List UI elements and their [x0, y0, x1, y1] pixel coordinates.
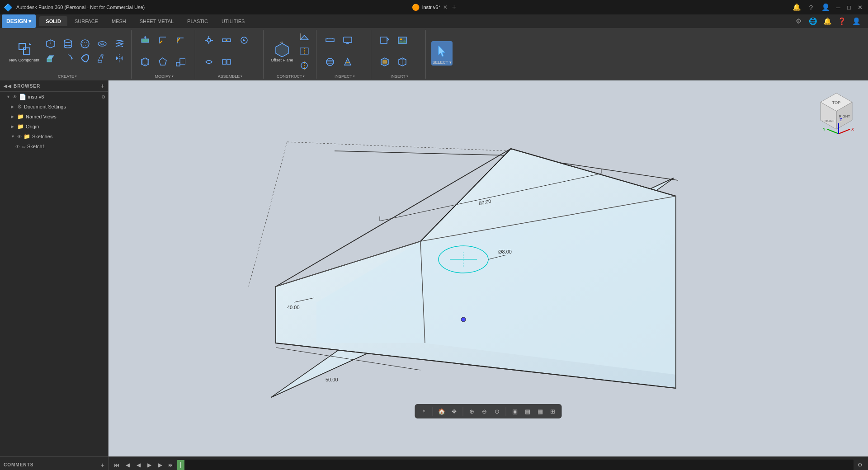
browser-add-icon[interactable]: +: [101, 82, 104, 89]
create-torus-btn[interactable]: [94, 37, 110, 51]
sketches-expand-icon[interactable]: ▼: [11, 134, 15, 139]
doc-settings-expand-icon[interactable]: ▶: [11, 104, 15, 109]
construct-label[interactable]: CONSTRUCT▾: [277, 73, 305, 79]
ribbon-online-icon[interactable]: 🌐: [807, 15, 819, 28]
construct-axis-btn[interactable]: [296, 59, 312, 72]
tree-item-sketch1[interactable]: 👁 ▱ Sketch1: [0, 141, 108, 151]
modify-scale-btn[interactable]: [172, 55, 189, 69]
root-eye-icon[interactable]: 👁: [13, 94, 17, 99]
inspect-display-btn[interactable]: [340, 33, 356, 47]
restore-btn[interactable]: □: [844, 3, 854, 12]
top-right-help[interactable]: ?: [805, 1, 817, 14]
timeline-play-fwd-btn[interactable]: ▶: [145, 461, 154, 470]
insert-decal-btn[interactable]: [377, 55, 393, 69]
timeline-back-step-btn[interactable]: ◀: [123, 461, 132, 470]
create-box-btn[interactable]: [42, 37, 59, 51]
create-loft-btn[interactable]: [94, 52, 110, 65]
assemble-motion-btn[interactable]: [201, 55, 217, 69]
tree-item-doc-settings[interactable]: ▶ ⚙ Document Settings: [0, 102, 108, 112]
insert-label[interactable]: INSERT▾: [391, 73, 408, 79]
tab-utilities[interactable]: UTILITIES: [215, 16, 251, 26]
construct-angle-btn[interactable]: [296, 30, 312, 43]
viewcube[interactable]: TOP FRONT RIGHT X Y Z: [814, 89, 859, 135]
tab-solid[interactable]: SOLID: [39, 16, 67, 26]
modify-fillet-btn[interactable]: [155, 33, 171, 47]
timeline-marker-1[interactable]: [177, 460, 184, 470]
toolbar-zoom-out-btn[interactable]: ⊖: [479, 406, 490, 417]
modify-press-pull-btn[interactable]: [137, 33, 153, 47]
sketches-eye-icon[interactable]: 👁: [17, 134, 22, 139]
tree-item-root[interactable]: ▼ 👁 📄 instr v6 ⚙: [0, 92, 108, 102]
create-pipe-btn[interactable]: [77, 52, 93, 65]
tree-item-origin[interactable]: ▶ 📁 Origin: [0, 122, 108, 132]
assemble-contact-btn[interactable]: [218, 55, 235, 69]
tab-mesh[interactable]: MESH: [105, 16, 132, 26]
tree-item-sketches[interactable]: ▼ 👁 📁 Sketches: [0, 132, 108, 141]
top-right-user[interactable]: 👤: [819, 1, 832, 14]
sketch1-eye-icon[interactable]: 👁: [15, 144, 20, 149]
toolbar-zoom-in-btn[interactable]: ⊕: [467, 406, 477, 417]
create-sphere-btn[interactable]: [77, 37, 93, 51]
close-btn[interactable]: ✕: [855, 3, 864, 12]
viewport[interactable]: 80.00 40.00 50.00 Ø8.00: [108, 80, 868, 456]
select-btn[interactable]: SELECT ▾: [431, 41, 452, 66]
tree-item-named-views[interactable]: ▶ 📁 Named Views: [0, 112, 108, 122]
construct-plane-btn[interactable]: Offset Plane: [269, 38, 295, 64]
create-mirror-btn[interactable]: [111, 52, 127, 65]
insert-canvas-btn[interactable]: [394, 33, 410, 47]
insert-dxf-btn[interactable]: [377, 33, 393, 47]
tab-sheet-metal[interactable]: SHEET METAL: [133, 16, 180, 26]
close-tab-icon[interactable]: ✕: [443, 4, 448, 10]
toolbar-fit-btn[interactable]: ⊙: [492, 406, 503, 417]
assemble-rigid-btn[interactable]: [218, 33, 235, 47]
timeline-play-back-btn[interactable]: ◀: [134, 461, 143, 470]
inspect-zebra-btn[interactable]: [322, 55, 338, 69]
inspect-label[interactable]: INSPECT▾: [335, 73, 355, 79]
browser-collapse-icon[interactable]: ◀◀: [4, 84, 12, 89]
tab-surface[interactable]: SURFACE: [68, 16, 104, 26]
create-new-component-btn[interactable]: New Component: [7, 38, 41, 64]
ribbon-user-icon[interactable]: 👤: [850, 15, 863, 28]
toolbar-grid-btn[interactable]: ⊞: [547, 406, 558, 417]
create-cylinder-btn[interactable]: [60, 37, 76, 51]
ribbon-notif-icon[interactable]: 🔔: [821, 15, 834, 28]
modify-shell-btn[interactable]: [137, 55, 153, 69]
inspect-measure-btn[interactable]: [322, 33, 338, 47]
named-views-expand-icon[interactable]: ▶: [11, 114, 15, 119]
modify-chamfer-btn[interactable]: [172, 33, 189, 47]
timeline-fwd-step-btn[interactable]: ▶: [156, 461, 165, 470]
ribbon-settings-icon[interactable]: ⚙: [792, 15, 805, 28]
toolbar-orbit-btn[interactable]: ✥: [449, 406, 460, 417]
toolbar-env-btn[interactable]: ▦: [535, 406, 546, 417]
create-extrude-btn[interactable]: [42, 52, 59, 65]
minimize-btn[interactable]: ─: [834, 3, 843, 12]
ribbon-help-icon[interactable]: ❓: [835, 15, 848, 28]
inspect-section-btn[interactable]: [340, 55, 356, 69]
modify-draft-btn[interactable]: [155, 55, 171, 69]
create-label[interactable]: CREATE▾: [58, 73, 77, 79]
create-revolve-btn[interactable]: [60, 52, 76, 65]
origin-expand-icon[interactable]: ▶: [11, 124, 15, 129]
root-expand-icon[interactable]: ▼: [6, 94, 11, 99]
toolbar-home-btn[interactable]: 🏠: [436, 406, 447, 417]
insert-mesh-btn[interactable]: [394, 55, 410, 69]
timeline-back-end-btn[interactable]: ⏮: [112, 461, 121, 470]
root-settings-icon[interactable]: ⚙: [101, 94, 105, 99]
toolbar-position-btn[interactable]: ⌖: [419, 406, 429, 417]
assemble-drive-btn[interactable]: [236, 33, 252, 47]
top-right-notif[interactable]: 🔔: [790, 1, 803, 14]
timeline-settings-btn[interactable]: ⚙: [855, 461, 864, 470]
timeline-track[interactable]: [177, 460, 854, 470]
construct-midplane-btn[interactable]: [296, 44, 312, 58]
comments-add-icon[interactable]: +: [101, 461, 104, 469]
tab-plastic[interactable]: PLASTIC: [181, 16, 214, 26]
toolbar-visual-style-btn[interactable]: ▤: [522, 406, 533, 417]
create-coil-btn[interactable]: [111, 37, 127, 51]
design-dropdown[interactable]: DESIGN ▾: [2, 14, 36, 28]
new-tab-btn[interactable]: +: [452, 3, 456, 11]
toolbar-display-mode-btn[interactable]: ▣: [509, 406, 520, 417]
assemble-joint-btn[interactable]: [201, 33, 217, 47]
modify-label[interactable]: MODIFY▾: [155, 73, 174, 79]
assemble-label[interactable]: ASSEMBLE▾: [218, 73, 243, 79]
timeline-fwd-end-btn[interactable]: ⏭: [166, 461, 175, 470]
